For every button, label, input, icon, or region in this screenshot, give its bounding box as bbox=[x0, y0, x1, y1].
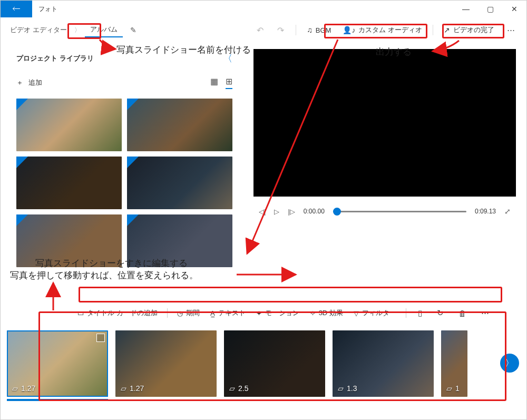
used-marker-icon bbox=[16, 99, 28, 110]
maximize-button[interactable]: ▢ bbox=[478, 1, 502, 17]
library-thumbnails bbox=[16, 99, 232, 267]
redo-button[interactable]: ↷ bbox=[272, 25, 289, 35]
storyboard-clip[interactable]: ▱1.27 bbox=[7, 330, 108, 397]
slider-knob[interactable] bbox=[333, 208, 341, 216]
next-frame-button[interactable]: |▷ bbox=[288, 208, 295, 216]
clip-duration: 1.27 bbox=[130, 384, 144, 393]
add-media-button[interactable]: ＋追加 bbox=[16, 78, 42, 87]
time-total: 0:09.13 bbox=[475, 208, 496, 215]
picture-icon: ▱ bbox=[229, 384, 235, 393]
picture-icon: ▱ bbox=[121, 384, 126, 393]
filter-icon: ▽ bbox=[354, 309, 359, 317]
used-marker-icon bbox=[16, 157, 28, 168]
text-button[interactable]: A̲テキスト bbox=[207, 307, 249, 319]
person-audio-icon: 👤♪ bbox=[343, 26, 355, 34]
duration-label: 期間 bbox=[186, 308, 200, 318]
library-thumb[interactable] bbox=[127, 99, 232, 151]
finish-video-label: ビデオの完了 bbox=[453, 25, 494, 35]
add-media-label: 追加 bbox=[28, 78, 42, 87]
effects-3d-label: 3D 効果 bbox=[319, 308, 343, 318]
clip-duration: 1 bbox=[455, 384, 460, 393]
add-title-card-button[interactable]: ▭タイトル カードの追加 bbox=[74, 307, 161, 319]
more-button[interactable]: ⋯ bbox=[502, 24, 520, 36]
library-thumb[interactable] bbox=[127, 157, 232, 209]
chevron-right-icon: 〉 bbox=[73, 26, 82, 35]
rename-button[interactable]: ✎ bbox=[126, 26, 141, 34]
used-marker-icon bbox=[127, 99, 139, 110]
breadcrumb-video-editor[interactable]: ビデオ エディター bbox=[7, 23, 70, 37]
motion-button[interactable]: ✦モーション bbox=[253, 307, 302, 319]
separator bbox=[167, 308, 168, 318]
custom-audio-button[interactable]: 👤♪カスタム オーディオ bbox=[338, 23, 426, 37]
storyboard-clip[interactable]: ▱1 bbox=[441, 330, 467, 397]
clip-checkbox[interactable] bbox=[96, 334, 105, 342]
separator bbox=[406, 308, 406, 318]
crop-button[interactable]: ▯ bbox=[413, 307, 427, 319]
breadcrumb-album[interactable]: アルバム bbox=[85, 23, 123, 37]
used-marker-icon bbox=[127, 214, 139, 226]
collapse-library-button[interactable]: 〈 bbox=[223, 52, 232, 65]
picture-icon: ▱ bbox=[12, 384, 18, 393]
grid-small-icon[interactable]: ⊞ bbox=[226, 76, 232, 89]
duration-button[interactable]: ◷期間 bbox=[174, 307, 203, 319]
library-thumb[interactable] bbox=[16, 99, 122, 151]
title-card-icon: ▭ bbox=[77, 309, 84, 317]
motion-icon: ✦ bbox=[256, 309, 262, 317]
separator bbox=[433, 25, 433, 35]
delete-button[interactable]: 🗑 bbox=[453, 308, 472, 319]
storyboard-clip[interactable]: ▱2.5 bbox=[224, 330, 325, 397]
scroll-right-button[interactable]: 〉 bbox=[500, 354, 519, 373]
bgm-button[interactable]: ♫BGM bbox=[302, 24, 335, 36]
export-icon: ↗ bbox=[444, 26, 450, 34]
library-thumb[interactable] bbox=[16, 157, 122, 209]
sparkle-icon: ✧ bbox=[310, 309, 316, 317]
time-current: 0:00.00 bbox=[304, 208, 325, 215]
play-button[interactable]: ▷ bbox=[274, 208, 279, 216]
clip-duration: 1.27 bbox=[21, 384, 35, 393]
library-thumb[interactable] bbox=[16, 214, 122, 267]
clip-duration: 1.3 bbox=[347, 384, 357, 393]
storyboard-clip[interactable]: ▱1.27 bbox=[115, 330, 217, 397]
custom-audio-label: カスタム オーディオ bbox=[358, 25, 422, 35]
picture-icon: ▱ bbox=[338, 384, 344, 393]
library-thumb[interactable] bbox=[127, 214, 232, 267]
music-icon: ♫ bbox=[307, 26, 313, 34]
text-label: テキスト bbox=[218, 308, 246, 318]
close-button[interactable]: ✕ bbox=[502, 1, 526, 17]
app-title: フォト bbox=[38, 5, 57, 14]
picture-icon: ▱ bbox=[446, 384, 452, 393]
filter-button[interactable]: ▽フィルター bbox=[350, 307, 399, 319]
add-title-card-label: タイトル カードの追加 bbox=[87, 308, 158, 318]
text-icon: A̲ bbox=[210, 309, 215, 317]
timeline-slider[interactable] bbox=[333, 211, 466, 212]
undo-button[interactable]: ↶ bbox=[251, 25, 269, 35]
bgm-label: BGM bbox=[316, 26, 331, 34]
motion-label: モーション bbox=[265, 308, 299, 318]
used-marker-icon bbox=[16, 214, 28, 226]
storyboard[interactable]: ▱1.27 ▱1.27 ▱2.5 ▱1.3 ▱1 〉 bbox=[1, 321, 526, 403]
used-marker-icon bbox=[127, 157, 139, 168]
library-title: プロジェクト ライブラリ bbox=[16, 54, 94, 63]
fullscreen-button[interactable]: ⤢ bbox=[504, 207, 511, 216]
prev-frame-button[interactable]: ◁| bbox=[259, 208, 266, 216]
clip-more-button[interactable]: ⋯ bbox=[476, 307, 494, 319]
plus-icon: ＋ bbox=[16, 78, 23, 87]
grid-large-icon[interactable]: ▦ bbox=[210, 76, 218, 89]
minimize-button[interactable]: — bbox=[454, 1, 478, 17]
back-button[interactable]: 🡐 bbox=[1, 1, 32, 17]
clip-duration: 2.5 bbox=[238, 384, 248, 393]
filter-label: フィルター bbox=[362, 308, 396, 318]
clock-icon: ◷ bbox=[177, 309, 183, 317]
storyboard-clip[interactable]: ▱1.3 bbox=[333, 330, 434, 397]
finish-video-button[interactable]: ↗ビデオの完了 bbox=[440, 23, 499, 37]
effects-3d-button[interactable]: ✧3D 効果 bbox=[307, 307, 346, 319]
rotate-button[interactable]: ↻ bbox=[432, 307, 449, 319]
video-preview[interactable] bbox=[253, 49, 516, 197]
separator bbox=[296, 25, 296, 35]
